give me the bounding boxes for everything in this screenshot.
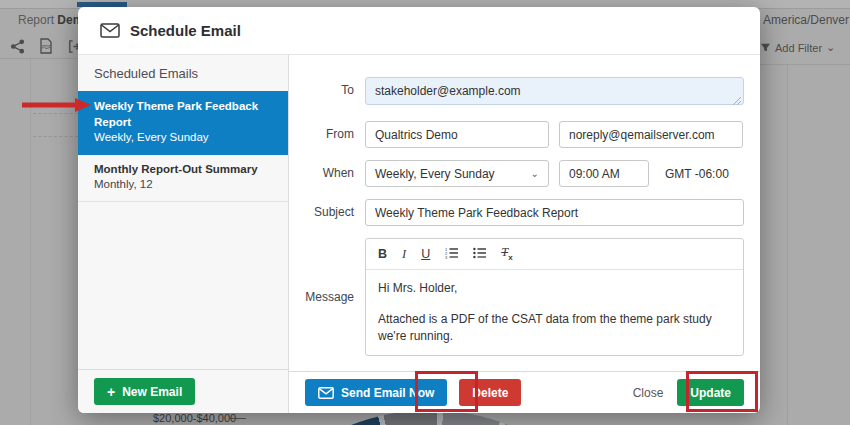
to-row: To stakeholder@example.com bbox=[289, 77, 744, 109]
ordered-list-icon[interactable]: 123 bbox=[445, 247, 458, 262]
from-label: From bbox=[289, 121, 365, 141]
clear-formatting-x: x bbox=[508, 253, 512, 262]
modal-footer: Send Email Now Delete Close Update bbox=[289, 371, 760, 413]
message-label: Message bbox=[289, 238, 365, 304]
sidebar-header: Scheduled Emails bbox=[78, 55, 288, 91]
to-input[interactable]: stakeholder@example.com bbox=[365, 77, 744, 105]
share-icon[interactable] bbox=[10, 39, 25, 54]
toolbar-divider bbox=[0, 58, 78, 59]
pie-label-connector bbox=[230, 418, 246, 419]
background-panel-edge-right bbox=[787, 65, 788, 425]
pie-slice-label: $20,000-$40,000 bbox=[153, 412, 236, 424]
clear-formatting-button[interactable]: Tx bbox=[501, 246, 512, 262]
from-name-input[interactable] bbox=[365, 121, 549, 148]
export-pdf-icon[interactable]: PDF bbox=[39, 38, 53, 54]
scheduled-email-title: Monthly Report-Out Summary bbox=[94, 162, 272, 178]
time-input[interactable] bbox=[559, 160, 649, 187]
schedule-email-modal: Schedule Email Scheduled Emails Weekly T… bbox=[78, 7, 760, 413]
resize-grip-icon[interactable] bbox=[733, 97, 741, 105]
message-paragraph: Hi Mrs. Holder, bbox=[378, 280, 731, 297]
from-address-input[interactable] bbox=[559, 121, 743, 148]
rich-text-toolbar: B I U 123 Tx bbox=[366, 239, 743, 270]
message-body-input[interactable]: Hi Mrs. Holder, Attached is a PDF of the… bbox=[366, 270, 743, 355]
underline-button[interactable]: U bbox=[421, 248, 430, 261]
frequency-value: Weekly, Every Sunday bbox=[375, 167, 495, 181]
new-email-button[interactable]: + New Email bbox=[94, 378, 195, 405]
send-email-now-button[interactable]: Send Email Now bbox=[305, 379, 447, 406]
add-filter-label: Add Filter bbox=[775, 42, 822, 54]
sidebar-footer: + New Email bbox=[78, 369, 288, 413]
gmt-offset-label: GMT -06:00 bbox=[665, 167, 729, 181]
when-label: When bbox=[289, 160, 365, 180]
envelope-icon bbox=[100, 23, 120, 38]
italic-button[interactable]: I bbox=[402, 248, 406, 261]
chevron-down-icon: ⌄ bbox=[531, 168, 539, 179]
message-editor: B I U 123 Tx Hi Mrs. Holder, Attached is… bbox=[365, 238, 744, 356]
scheduled-email-frequency: Weekly, Every Sunday bbox=[94, 130, 272, 146]
subject-label: Subject bbox=[289, 199, 365, 219]
scheduled-email-frequency: Monthly, 12 bbox=[94, 177, 272, 193]
from-row: From bbox=[289, 121, 744, 148]
add-filter-button[interactable]: Add Filter ⌄ bbox=[760, 41, 835, 54]
chevron-down-icon: ⌄ bbox=[826, 41, 835, 54]
subject-input[interactable] bbox=[365, 199, 744, 226]
plus-icon: + bbox=[107, 384, 115, 400]
update-button[interactable]: Update bbox=[677, 379, 744, 406]
new-email-label: New Email bbox=[122, 385, 182, 399]
report-toolbar: PDF bbox=[10, 38, 82, 54]
background-dashed-line bbox=[33, 136, 78, 137]
frequency-select[interactable]: Weekly, Every Sunday ⌄ bbox=[365, 160, 549, 187]
scheduled-email-item-selected[interactable]: Weekly Theme Park Feedback Report Weekly… bbox=[78, 91, 288, 155]
scheduled-email-title: Weekly Theme Park Feedback Report bbox=[94, 99, 272, 130]
scheduled-emails-sidebar: Scheduled Emails Weekly Theme Park Feedb… bbox=[78, 55, 289, 413]
close-link[interactable]: Close bbox=[633, 386, 664, 400]
email-form-panel: To stakeholder@example.com From bbox=[289, 55, 760, 413]
timezone-label: America/Denver bbox=[763, 13, 849, 27]
to-label: To bbox=[289, 77, 365, 97]
background-dashed-line bbox=[33, 113, 78, 114]
when-row: When Weekly, Every Sunday ⌄ GMT -06:00 bbox=[289, 160, 744, 187]
envelope-icon bbox=[318, 387, 334, 399]
svg-text:3: 3 bbox=[445, 254, 448, 258]
unordered-list-icon[interactable] bbox=[473, 247, 486, 262]
scheduled-email-item[interactable]: Monthly Report-Out Summary Monthly, 12 bbox=[78, 155, 288, 202]
filter-icon bbox=[760, 42, 771, 53]
modal-title: Schedule Email bbox=[130, 22, 241, 39]
bold-button[interactable]: B bbox=[378, 248, 387, 261]
send-email-now-label: Send Email Now bbox=[341, 386, 434, 400]
background-divider-right bbox=[760, 64, 850, 65]
message-row: Message B I U 123 Tx bbox=[289, 238, 744, 356]
message-paragraph: Attached is a PDF of the CSAT data from … bbox=[378, 311, 731, 346]
background-panel-edge-left bbox=[30, 59, 31, 425]
delete-button[interactable]: Delete bbox=[459, 379, 521, 406]
modal-header: Schedule Email bbox=[78, 7, 760, 55]
subject-row: Subject bbox=[289, 199, 744, 226]
svg-text:PDF: PDF bbox=[42, 45, 51, 50]
